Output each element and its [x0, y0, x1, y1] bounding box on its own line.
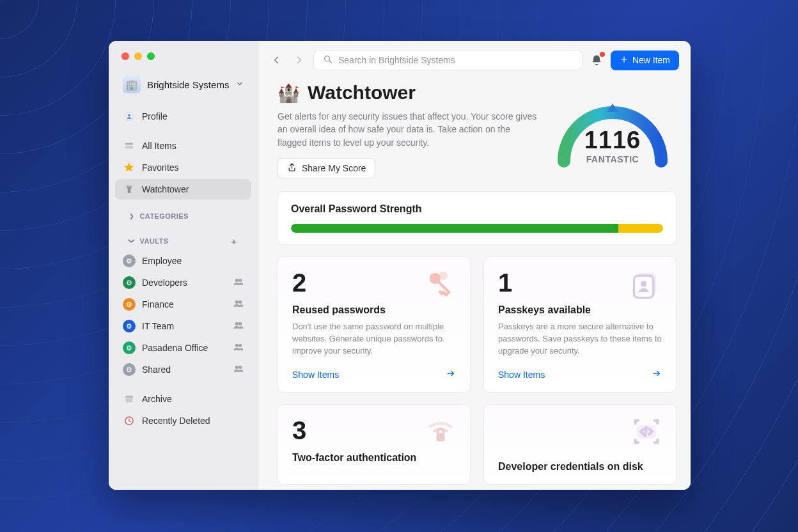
- account-name: Brightside Systems: [147, 79, 230, 90]
- star-icon: [123, 161, 136, 174]
- account-selector[interactable]: 🏢 Brightside Systems: [118, 72, 249, 97]
- new-item-button[interactable]: New Item: [611, 51, 679, 70]
- shared-icon: [233, 364, 244, 376]
- link-label: Show Items: [292, 370, 339, 380]
- sidebar-item-watchtower[interactable]: Watchtower: [115, 179, 251, 199]
- svg-point-7: [325, 56, 330, 61]
- strength-bar: [291, 224, 663, 233]
- sidebar-item-recently-deleted[interactable]: Recently Deleted: [115, 411, 251, 431]
- shared-icon: [233, 342, 244, 354]
- vault-label: Shared: [142, 364, 171, 375]
- reused-desc: Don't use the same password on multiple …: [292, 321, 456, 357]
- shared-icon: [233, 320, 244, 332]
- search-field[interactable]: [313, 50, 583, 70]
- archive-icon: [123, 393, 136, 405]
- new-item-label: New Item: [632, 55, 670, 65]
- categories-section-toggle[interactable]: ❯ CATEGORIES: [115, 208, 251, 224]
- maximize-window-button[interactable]: [147, 52, 155, 60]
- vault-item-it-team[interactable]: ⚙ IT Team: [115, 316, 251, 336]
- vaults-label: VAULTS: [139, 237, 168, 245]
- vault-item-pasadena[interactable]: ⚙ Pasadena Office: [115, 338, 251, 358]
- svg-rect-5: [126, 398, 133, 403]
- score-gauge: 1116 FANTASTIC: [549, 84, 677, 164]
- notification-bell[interactable]: [590, 54, 603, 66]
- sidebar-item-label: Favorites: [142, 162, 179, 173]
- vault-label: Pasadena Office: [142, 343, 208, 353]
- arrow-right-icon: [446, 368, 456, 380]
- vault-icon: ⚙: [123, 320, 136, 332]
- shared-icon: [233, 299, 244, 311]
- vault-item-developers[interactable]: ⚙ Developers: [115, 272, 251, 293]
- reused-passwords-card: 2 Reused passwords Don't use the same pa…: [278, 256, 471, 393]
- chevron-right-icon: ❯: [129, 213, 134, 219]
- vault-item-employee[interactable]: ⚙ Employee: [115, 251, 251, 271]
- vault-icon: ⚙: [123, 363, 136, 376]
- tower-icon: 🏰: [278, 82, 300, 104]
- svg-rect-3: [125, 146, 133, 149]
- svg-point-1: [128, 114, 130, 116]
- vault-label: Employee: [142, 256, 182, 266]
- sidebar-item-label: Archive: [142, 394, 172, 404]
- share-label: Share My Score: [302, 163, 366, 173]
- hero: 🏰 Watchtower Get alerts for any security…: [278, 82, 677, 178]
- categories-label: CATEGORIES: [139, 212, 188, 220]
- app-window: 🏢 Brightside Systems Profile All Items: [109, 41, 691, 490]
- code-icon: [630, 415, 663, 448]
- link-label: Show Items: [498, 370, 545, 380]
- strength-title: Overall Password Strength: [291, 203, 663, 215]
- sidebar-item-label: Profile: [142, 111, 168, 121]
- vault-icon: ⚙: [123, 298, 136, 311]
- back-button[interactable]: [270, 53, 284, 67]
- page-title: Watchtower: [308, 82, 416, 104]
- building-icon: 🏢: [125, 79, 138, 91]
- vault-label: Finance: [142, 299, 174, 309]
- minimize-window-button[interactable]: [134, 52, 142, 60]
- svg-point-9: [439, 271, 448, 279]
- search-icon: [323, 54, 333, 66]
- svg-point-12: [641, 281, 647, 287]
- vault-item-finance[interactable]: ⚙ Finance: [115, 294, 251, 315]
- search-input[interactable]: [338, 55, 573, 65]
- vault-item-shared[interactable]: ⚙ Shared: [115, 359, 251, 380]
- window-controls: [109, 41, 258, 68]
- vault-icon: ⚙: [123, 341, 136, 354]
- share-score-button[interactable]: Share My Score: [278, 158, 375, 178]
- chevron-down-icon: ❯: [129, 239, 135, 244]
- sidebar-item-label: All Items: [142, 141, 176, 151]
- svg-rect-13: [437, 434, 445, 442]
- vault-icon: ⚙: [123, 254, 136, 267]
- score-value: 1116: [584, 127, 641, 154]
- sidebar: 🏢 Brightside Systems Profile All Items: [109, 41, 258, 490]
- dev-title: Developer credentials on disk: [498, 461, 662, 473]
- strength-segment-strong: [291, 224, 618, 233]
- sidebar-item-label: Watchtower: [142, 184, 189, 194]
- sidebar-item-favorites[interactable]: Favorites: [115, 157, 251, 178]
- reused-show-items-link[interactable]: Show Items: [292, 368, 456, 380]
- dev-credentials-card: Developer credentials on disk: [483, 404, 677, 485]
- sidebar-item-archive[interactable]: Archive: [115, 389, 251, 409]
- arrow-right-icon: [652, 368, 662, 380]
- sidebar-item-profile[interactable]: Profile: [115, 106, 251, 127]
- passkeys-title: Passkeys available: [498, 304, 662, 316]
- vault-label: Developers: [142, 278, 187, 288]
- sidebar-item-all-items[interactable]: All Items: [115, 136, 251, 156]
- account-logo: 🏢: [123, 75, 141, 93]
- vault-icon: ⚙: [123, 276, 136, 289]
- shared-icon: [233, 277, 244, 289]
- profile-icon: [123, 110, 136, 123]
- sidebar-item-label: Recently Deleted: [142, 416, 210, 426]
- keys-icon: [424, 267, 457, 301]
- vaults-section-toggle[interactable]: ❯ VAULTS +: [115, 231, 251, 251]
- passkeys-show-items-link[interactable]: Show Items: [498, 368, 662, 380]
- forward-button[interactable]: [292, 53, 306, 67]
- add-vault-button[interactable]: +: [228, 235, 240, 247]
- notification-dot: [600, 52, 605, 57]
- passkeys-card: 1 Passkeys available Passkeys are a more…: [483, 256, 677, 393]
- twofa-title: Two-factor authentication: [292, 452, 456, 464]
- page-description: Get alerts for any security issues that …: [278, 110, 537, 149]
- vault-label: IT Team: [142, 321, 174, 331]
- plus-icon: [620, 55, 629, 66]
- gauge-needle-icon: [607, 104, 618, 112]
- close-window-button[interactable]: [121, 52, 129, 60]
- drawer-icon: [123, 139, 136, 152]
